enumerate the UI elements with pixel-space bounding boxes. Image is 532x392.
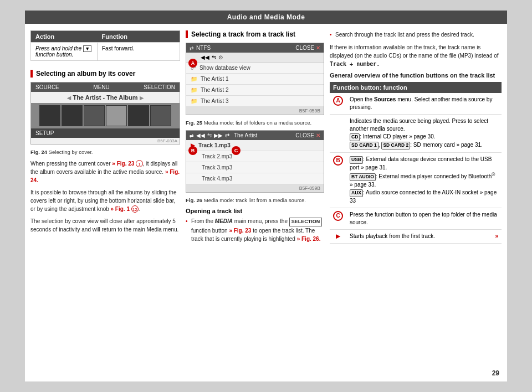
tl2-ref: B5F-059B: [186, 184, 324, 192]
tl2-row-2: Track 3.mp3: [186, 162, 324, 173]
col-action: Action: [31, 31, 98, 43]
func-row-C: C Press the function button to open the …: [330, 208, 502, 229]
overlay-label-A: A: [188, 59, 197, 68]
bullet-search-text: Search through the track list and press …: [330, 30, 502, 39]
body-text-1: When pressing the current cover » Fig. 2…: [30, 159, 180, 184]
func-label-source: [330, 115, 346, 153]
page-number: 29: [492, 369, 499, 377]
tl2-close: CLOSE ✕: [295, 132, 320, 138]
func-row-source: Indicates the media source being played.…: [330, 115, 502, 153]
body-text-2: It is possible to browse through all the…: [30, 188, 180, 213]
badge-sd1: SD CARD 1: [350, 142, 378, 149]
topbar-selection: SELECTION: [144, 84, 175, 90]
album-bottom-bar: SETUP: [31, 128, 180, 138]
func-text-B: USB: External data storage device connec…: [346, 152, 502, 208]
track-list-image-2: B C ⇄ ◀◀ ⇋ ▶▶ ⇄ The Artist CLOSE ✕: [186, 130, 324, 193]
content-area: Action Function Press and hold the ▼ fun…: [25, 24, 507, 381]
general-overview-heading: General overview of the function buttons…: [330, 72, 502, 79]
setup-label: SETUP: [35, 130, 54, 136]
action-cell: Press and hold the ▼ function button.: [31, 43, 98, 61]
badge-aux: AUX: [350, 189, 363, 197]
info-para: If there is information available on the…: [330, 43, 502, 68]
fig25-caption: Fig. 25 Media mode: list of folders on a…: [186, 120, 324, 126]
opening-track-section: Opening a track list • From the MEDIA ma…: [186, 208, 324, 243]
tl1-row-0: ☍ Show database view: [186, 63, 324, 74]
album-thumb-5: [128, 105, 149, 126]
func-text-A: Open the Sources menu. Select another me…: [346, 93, 502, 115]
badge-sd2: SD CARD 2: [381, 142, 410, 149]
func-row-B: B USB: External data storage device conn…: [330, 152, 502, 208]
album-thumb-3: [84, 105, 105, 126]
tl1-row-2: 📁 The Artist 2: [186, 85, 324, 96]
ref-code: B5F-033A: [31, 138, 180, 144]
tl2-row-1: Track 2.mp3: [186, 151, 324, 162]
tl2-icons: ⇄ ◀◀ ⇋ ▶▶ ⇄ The Artist: [190, 132, 257, 138]
section-heading-track: Selecting a track from a track list: [186, 30, 324, 38]
badge-bt: BT AUDIO: [350, 173, 376, 181]
func-table-header: Function button: function: [330, 82, 502, 93]
func-row-play: ▶ Starts playback from the first track. …: [330, 229, 502, 243]
tl1-topbar: ⇄ NTFS CLOSE ✕: [186, 43, 324, 53]
middle-column: Selecting a track from a track list A ⇄ …: [186, 30, 324, 375]
tl1-row-1: 📁 The Artist 1: [186, 74, 324, 85]
fig24-caption: Fig. 24 Selecting by cover.: [30, 149, 180, 155]
track-list-image-1: A ⇄ NTFS CLOSE ✕ ◀◀ ⇋ ⊙ ☍: [186, 43, 324, 115]
tl1-ntfs-label: NTFS: [196, 45, 211, 51]
fig26-caption: Fig. 26 Media mode: track list from a me…: [186, 197, 324, 203]
album-thumb-4: [106, 105, 127, 126]
album-thumb-2: [62, 105, 83, 126]
func-row-A: A Open the Sources menu. Select another …: [330, 93, 502, 115]
opening-track-heading: Opening a track list: [186, 208, 324, 214]
tl1-icons: ⇄ NTFS: [190, 45, 211, 51]
right-column: Search through the track list and press …: [330, 30, 502, 375]
badge-usb: USB: [350, 156, 363, 164]
album-thumb-6: [150, 105, 171, 126]
tl1-close: CLOSE ✕: [295, 45, 320, 51]
func-label-play: ▶: [330, 229, 346, 243]
tl1-icons-row: ◀◀ ⇋ ⊙: [186, 53, 324, 63]
func-text-play: Starts playback from the first track. »: [346, 230, 502, 243]
badge-cd: CD: [350, 133, 360, 141]
col-function: Function: [98, 31, 180, 43]
action-function-table: Action Function Press and hold the ▼ fun…: [30, 30, 180, 61]
section-heading-album: Selecting an album by its cover: [30, 70, 180, 78]
circle-C: C: [333, 211, 343, 221]
func-label-A: A: [330, 93, 346, 115]
album-thumb-1: [39, 105, 60, 126]
function-table: Function button: function A Open the Sou…: [330, 82, 502, 244]
overlay-label-B: B: [188, 146, 197, 155]
tl1-ref: B5F-059B: [186, 107, 324, 115]
album-topbar: SOURCE MENU SELECTION: [31, 82, 180, 92]
tl1-row-3: 📁 The Artist 3: [186, 96, 324, 107]
chevron-right-icon: »: [495, 233, 498, 240]
circle-B: B: [333, 156, 343, 166]
body-text-3: The selection by cover view will close a…: [30, 217, 180, 234]
album-cover-title: ◀ The Artist - The Album ▶: [31, 92, 180, 103]
page: Audio and Media Mode Action Function Pre…: [25, 11, 507, 381]
tl2-row-0: ▶ Track 1.mp3: [186, 140, 324, 151]
func-label-B: B: [330, 152, 346, 208]
function-cell: Fast forward.: [98, 43, 180, 61]
album-covers-strip: [31, 103, 180, 128]
table-row: Press and hold the ▼ function button. Fa…: [31, 43, 180, 61]
left-column: Action Function Press and hold the ▼ fun…: [30, 30, 180, 375]
circle-A: A: [333, 96, 343, 106]
album-cover-image: SOURCE MENU SELECTION ◀ The Artist - The…: [30, 82, 180, 145]
func-text-C: Press the function button to open the to…: [346, 208, 502, 229]
opening-track-text: • From the MEDIA main menu, press the SE…: [186, 217, 324, 243]
func-text-source: Indicates the media source being played.…: [346, 115, 502, 153]
topbar-menu: MENU: [93, 84, 109, 90]
play-icon: ▶: [336, 233, 340, 239]
tl2-topbar: ⇄ ◀◀ ⇋ ▶▶ ⇄ The Artist CLOSE ✕: [186, 131, 324, 140]
header-title: Audio and Media Mode: [227, 13, 305, 21]
topbar-source: SOURCE: [35, 84, 59, 90]
func-label-C: C: [330, 208, 346, 229]
tl2-row-3: Track 4.mp3: [186, 173, 324, 184]
page-header: Audio and Media Mode: [25, 11, 507, 24]
overlay-label-C: C: [232, 146, 241, 155]
tl1-prev-icon: ⇄: [190, 45, 194, 51]
